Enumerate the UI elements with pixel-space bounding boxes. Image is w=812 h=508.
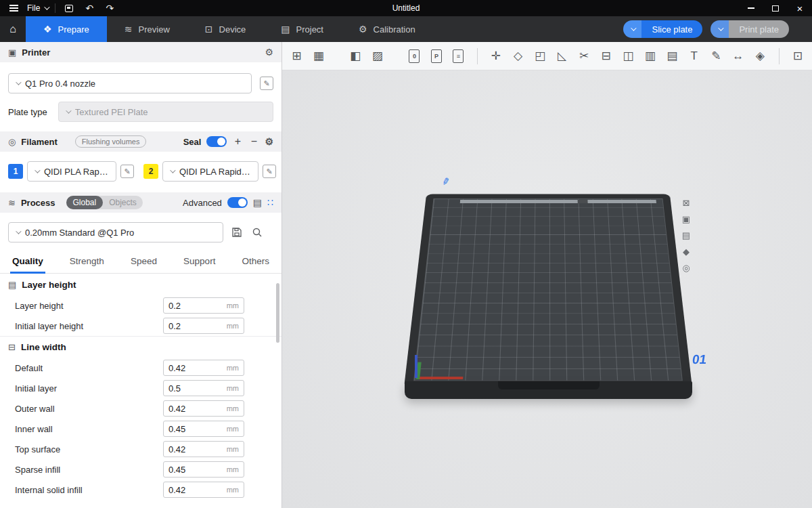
slice-plate-button[interactable]: Slice plate — [623, 20, 702, 38]
tab-calibration[interactable]: ⚙ Calibration — [341, 16, 433, 42]
parameter-list-icon[interactable]: ▤ — [253, 197, 262, 208]
add-filament-button[interactable]: + — [232, 135, 243, 148]
paint-icon[interactable]: ✎ — [707, 47, 725, 66]
tab-prepare[interactable]: ❖ Prepare — [26, 16, 107, 42]
line-width-internal-solid-infill-input[interactable]: 0.42 mm — [163, 482, 244, 498]
param-label: Default — [15, 363, 163, 373]
lock-plate-icon[interactable]: ◆ — [680, 245, 692, 257]
auto-orient-icon[interactable]: ◧ — [346, 47, 365, 66]
line-width-sparse-infill-input[interactable]: 0.45 mm — [163, 461, 244, 478]
assembly-view-icon[interactable]: ⊡ — [789, 47, 807, 66]
plate-type-label: Plate type — [8, 107, 47, 117]
plate-number-label[interactable]: 01 — [691, 352, 707, 367]
layer-height-input[interactable]: 0.2 mm — [163, 297, 244, 314]
tab-others[interactable]: Others — [242, 249, 269, 274]
arrange-plates-icon[interactable]: ▦ — [310, 47, 328, 66]
clone-icon[interactable]: ⊟ — [597, 47, 615, 66]
line-width-default-input[interactable]: 0.42 mm — [163, 360, 244, 376]
plate-handle — [498, 381, 600, 389]
move-icon[interactable]: ✛ — [487, 47, 505, 66]
measure-icon[interactable]: ↔ — [729, 47, 748, 66]
redo-icon[interactable]: ↷ — [103, 1, 116, 16]
build-plate[interactable] — [404, 194, 692, 387]
maximize-button[interactable] — [763, 0, 788, 16]
process-preset-select[interactable]: 0.20mm Standard @Q1 Pro — [8, 222, 223, 242]
print-dropdown-icon[interactable] — [710, 20, 729, 38]
filament-settings-gear-icon[interactable]: ⚙ — [265, 136, 273, 147]
plate-preview-icon[interactable]: ▣ — [680, 213, 692, 225]
tab-device[interactable]: ⊡ Device — [187, 16, 263, 42]
split-parts-icon[interactable]: ▥ — [641, 47, 659, 66]
line-width-inner-wall-input[interactable]: 0.45 mm — [163, 421, 244, 437]
process-preset-value: 0.20mm Standard @Q1 Pro — [25, 228, 216, 238]
advanced-toggle[interactable] — [227, 197, 248, 208]
tab-prepare-label: Prepare — [58, 24, 89, 35]
scope-global-button[interactable]: Global — [66, 196, 104, 209]
printer-select-value: Q1 Pro 0.4 nozzle — [25, 79, 244, 89]
line-width-top-surface-input[interactable]: 0.42 mm — [163, 441, 244, 457]
param-label: Outer wall — [15, 404, 163, 414]
line-width-icon: ⊟ — [8, 342, 16, 352]
split-objects-icon[interactable]: ◫ — [619, 47, 637, 66]
tab-support[interactable]: Support — [183, 249, 215, 274]
scale-icon[interactable]: ◰ — [531, 47, 549, 66]
printer-select[interactable]: Q1 Pro 0.4 nozzle — [8, 73, 252, 93]
minimize-button[interactable] — [739, 0, 763, 16]
plate-settings-icon[interactable]: ◎ — [680, 261, 692, 274]
save-icon[interactable] — [62, 1, 76, 16]
menu-icon[interactable] — [7, 1, 20, 16]
process-icon: ≋ — [8, 198, 16, 208]
initial-layer-height-input[interactable]: 0.2 mm — [163, 318, 244, 334]
filament-slot-2[interactable]: 2 — [143, 164, 158, 179]
section-layer-height-title: Layer height — [22, 280, 76, 290]
save-preset-icon[interactable] — [230, 226, 244, 239]
plate-actions: Slice plate Print plate — [623, 20, 789, 38]
edit-filament-1-icon[interactable]: ✎ — [120, 165, 134, 178]
plate-name-icon[interactable]: P — [428, 47, 446, 66]
build-plate-surface — [413, 198, 683, 381]
seal-toggle[interactable] — [206, 136, 227, 147]
tab-speed[interactable]: Speed — [131, 249, 157, 274]
param-row: Initial layer 0.5 mm — [0, 378, 281, 398]
edit-printer-icon[interactable]: ✎ — [260, 77, 273, 90]
viewport-canvas[interactable]: ⊠ ▣ ▤ ◆ ◎ 01 ✎ — [282, 70, 812, 508]
tab-preview[interactable]: ≋ Preview — [107, 16, 187, 42]
plate-name-tag-icon[interactable]: ▤ — [680, 229, 692, 241]
lock-plate-icon[interactable]: 0 — [405, 47, 424, 66]
rotate-icon[interactable]: ◇ — [509, 47, 527, 66]
param-row: Default 0.42 mm — [0, 358, 281, 378]
arrange-objects-icon[interactable]: ▨ — [369, 47, 387, 66]
tab-strength[interactable]: Strength — [70, 249, 104, 274]
line-width-initial-layer-input[interactable]: 0.5 mm — [163, 380, 244, 396]
line-width-outer-wall-input[interactable]: 0.42 mm — [163, 400, 244, 417]
file-menu[interactable]: File — [27, 3, 48, 13]
filament-slot-1[interactable]: 1 — [8, 164, 23, 179]
print-plate-button[interactable]: Print plate — [710, 20, 789, 38]
text-icon[interactable]: T — [685, 47, 704, 66]
plate-type-select[interactable]: Textured PEI Plate — [58, 102, 273, 122]
undo-icon[interactable]: ↶ — [83, 1, 96, 16]
cut-icon[interactable]: ✂ — [575, 47, 593, 66]
filament-1-select[interactable]: QIDI PLA Rapido — [27, 161, 116, 182]
objects-table-icon[interactable]: ∷ — [267, 197, 273, 208]
slice-dropdown-icon[interactable] — [623, 20, 641, 38]
plate-notes-icon[interactable]: ≡ — [449, 47, 468, 66]
filament-2-select[interactable]: QIDI PLA Rapido M... — [162, 161, 258, 182]
search-preset-icon[interactable] — [250, 226, 264, 239]
remove-filament-button[interactable]: − — [248, 135, 259, 148]
variable-layer-height-icon[interactable]: ▤ — [663, 47, 681, 66]
delete-plate-icon[interactable]: ⊠ — [680, 196, 692, 209]
home-button[interactable]: ⌂ — [0, 16, 26, 42]
tab-project[interactable]: ▤ Project — [263, 16, 341, 42]
sidebar-scrollbar[interactable] — [276, 283, 279, 343]
seam-icon[interactable]: ◈ — [751, 47, 769, 66]
flushing-volumes-button[interactable]: Flushing volumes — [75, 135, 147, 148]
tab-quality[interactable]: Quality — [12, 249, 43, 274]
add-plate-icon[interactable]: ⊞ — [288, 47, 306, 66]
close-button[interactable]: × — [788, 0, 812, 16]
chevron-down-icon — [170, 167, 175, 173]
printer-settings-gear-icon[interactable]: ⚙ — [265, 47, 273, 58]
lay-flat-icon[interactable]: ◺ — [553, 47, 571, 66]
scope-objects-button[interactable]: Objects — [103, 198, 143, 207]
edit-filament-2-icon[interactable]: ✎ — [263, 165, 276, 178]
